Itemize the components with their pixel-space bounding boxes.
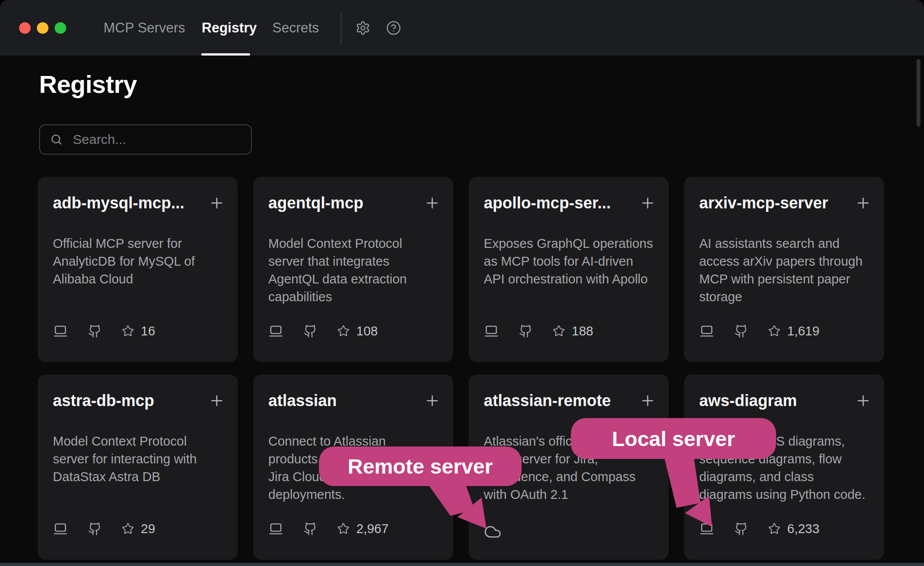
description-line: Alibaba Cloud — [53, 270, 195, 288]
registry-card[interactable]: agentql-mcp Model Context Protocolserver… — [253, 177, 453, 362]
github-icon — [88, 522, 102, 536]
star-icon — [337, 522, 350, 535]
tab-secrets[interactable]: Secrets — [272, 0, 319, 56]
search-box[interactable] — [39, 124, 252, 155]
tab-registry[interactable]: Registry — [202, 0, 257, 56]
description-line: access arXiv papers through — [699, 252, 863, 270]
star-icon — [553, 325, 565, 337]
local-server-icon — [699, 521, 714, 536]
remote-server-callout: Remote server — [319, 446, 522, 486]
card-footer: 29 — [53, 521, 155, 537]
remote-cloud-icon — [484, 517, 502, 541]
card-title: adb-mysql-mcp... — [53, 194, 184, 212]
star-icon — [768, 522, 781, 535]
github-icon — [303, 324, 317, 338]
registry-card[interactable]: aws-diagram Generate AWS diagrams,sequen… — [684, 375, 884, 560]
star-icon — [768, 325, 781, 337]
description-line: storage — [699, 288, 863, 306]
settings-gear-icon[interactable] — [355, 20, 370, 36]
card-title: aws-diagram — [699, 391, 797, 410]
star-count: 108 — [356, 324, 378, 339]
add-server-button[interactable] — [639, 392, 656, 409]
add-server-button[interactable] — [424, 392, 441, 409]
add-server-button[interactable] — [208, 195, 225, 211]
page-title: Registry — [39, 70, 137, 99]
add-server-button[interactable] — [424, 195, 441, 211]
card-footer: 2,967 — [268, 521, 389, 537]
description-line: AgentQL data extraction — [268, 270, 407, 288]
close-window-button[interactable] — [19, 22, 31, 34]
github-icon — [519, 324, 533, 338]
card-title: agentql-mcp — [268, 194, 363, 212]
card-title: arxiv-mcp-server — [699, 194, 828, 212]
card-footer: 188 — [484, 323, 593, 339]
card-description: Exposes GraphQL operationsas MCP tools f… — [484, 235, 653, 288]
search-input[interactable] — [73, 132, 244, 147]
local-server-icon — [268, 323, 283, 339]
card-description: Model Context Protocolserver that integr… — [268, 235, 407, 306]
description-line: Official MCP server for — [53, 235, 195, 252]
description-line: server that integrates — [268, 252, 407, 270]
description-line: deployments. — [268, 486, 393, 503]
description-line: diagrams, and class — [699, 468, 865, 486]
titlebar-divider — [341, 12, 342, 45]
github-icon — [303, 522, 317, 536]
zoom-window-button[interactable] — [55, 22, 66, 34]
description-line: DataStax Astra DB — [53, 468, 197, 486]
add-server-button[interactable] — [208, 392, 225, 409]
description-line: Model Context Protocol — [268, 235, 407, 252]
card-title: astra-db-mcp — [53, 391, 154, 410]
card-title: atlassian — [268, 391, 337, 410]
description-line: as MCP tools for AI-driven — [484, 252, 653, 270]
registry-card[interactable]: arxiv-mcp-server AI assistants search an… — [684, 177, 884, 362]
description-line: capabilities — [268, 288, 407, 306]
help-icon[interactable] — [386, 20, 401, 36]
registry-card[interactable]: apollo-mcp-ser... Exposes GraphQL operat… — [469, 177, 669, 362]
star-count: 2,967 — [356, 522, 389, 536]
window-bottom-edge — [0, 563, 924, 566]
app-window: MCP Servers Registry Secrets Registry ad… — [0, 0, 924, 566]
description-line: MCP with persistent paper — [699, 270, 863, 288]
description-line: API orchestration with Apollo — [484, 270, 653, 288]
titlebar: MCP Servers Registry Secrets — [0, 0, 924, 56]
description-line: Model Context Protocol — [53, 432, 197, 450]
star-count: 6,233 — [787, 522, 820, 536]
minimize-window-button[interactable] — [37, 22, 48, 34]
local-server-icon — [484, 323, 499, 339]
registry-card[interactable]: adb-mysql-mcp... Official MCP server for… — [38, 177, 238, 362]
star-count: 188 — [572, 324, 593, 339]
add-server-button[interactable] — [855, 392, 872, 409]
add-server-button[interactable] — [639, 195, 656, 211]
local-server-callout: Local server — [571, 418, 776, 459]
vertical-scrollbar-thumb[interactable] — [916, 59, 920, 127]
card-description: AI assistants search andaccess arXiv pap… — [699, 235, 863, 306]
github-icon — [734, 324, 748, 338]
local-server-icon — [699, 323, 714, 339]
github-icon — [734, 522, 748, 536]
tab-mcp-servers[interactable]: MCP Servers — [104, 0, 185, 56]
star-count: 16 — [141, 324, 155, 339]
card-grid: adb-mysql-mcp... Official MCP server for… — [38, 177, 884, 560]
card-title: apollo-mcp-ser... — [484, 194, 611, 212]
active-tab-indicator — [201, 53, 250, 56]
registry-card[interactable]: astra-db-mcp Model Context Protocolserve… — [38, 375, 238, 560]
card-footer: 6,233 — [699, 521, 820, 537]
star-icon — [122, 325, 134, 337]
description-line: AnalyticDB for MySQL of — [53, 252, 195, 270]
local-server-icon — [53, 323, 68, 339]
description-line: Exposes GraphQL operations — [484, 235, 653, 252]
card-title: atlassian-remote — [484, 391, 611, 410]
star-icon — [337, 325, 350, 337]
card-description: Official MCP server forAnalyticDB for My… — [53, 235, 195, 288]
local-server-icon — [268, 521, 283, 536]
description-line: with OAuth 2.1 — [484, 486, 636, 503]
add-server-button[interactable] — [855, 195, 872, 211]
card-description: Model Context Protocolserver for interac… — [53, 432, 197, 486]
github-icon — [88, 324, 102, 338]
card-footer: 16 — [53, 323, 155, 339]
card-footer: 108 — [268, 323, 378, 339]
search-icon — [50, 133, 63, 146]
star-icon — [122, 522, 134, 535]
card-footer — [484, 521, 502, 537]
description-line: diagrams using Python code. — [699, 486, 865, 503]
